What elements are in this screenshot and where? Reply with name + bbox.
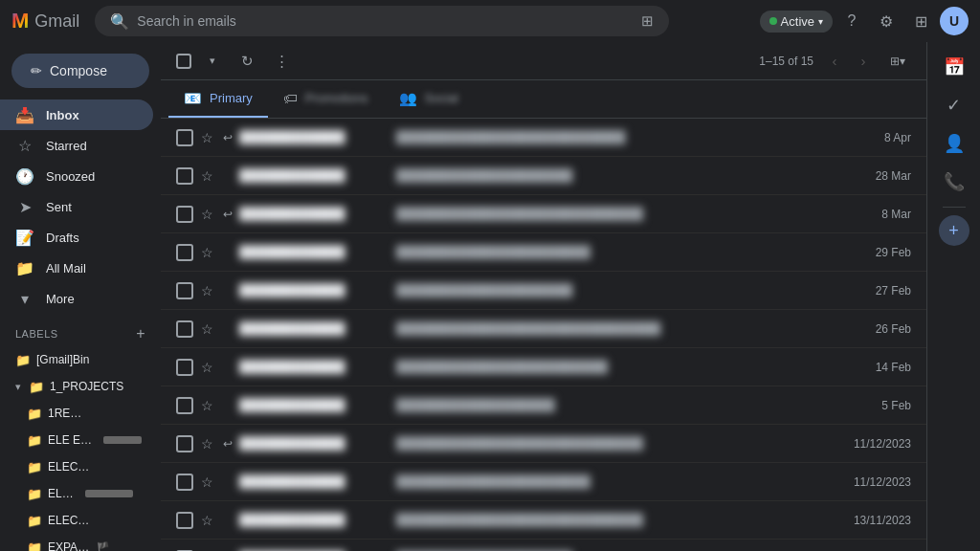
sidebar-item-drafts[interactable]: 📝 Drafts (0, 222, 153, 253)
email-sender: ████████████ (239, 436, 392, 451)
email-date: 28 Mar (835, 169, 911, 183)
sidebar-item-more[interactable]: ▾ More (0, 283, 153, 314)
tab-promotions-label: Promotions (305, 91, 368, 105)
sidebar-item-sent-label: Sent (46, 200, 72, 214)
sidebar-item-inbox[interactable]: 📥 Inbox (0, 99, 153, 130)
sidebar-item-sent[interactable]: ➤ Sent (0, 191, 153, 222)
tab-primary[interactable]: 📧 Primary (168, 80, 268, 118)
right-panel: 📅 ✓ 👤 📞 + (926, 42, 980, 551)
label-ele1[interactable]: 📁 ELE E… (0, 427, 153, 453)
email-checkbox[interactable] (176, 244, 193, 261)
sidebar-item-snoozed-label: Snoozed (46, 169, 95, 184)
tab-promotions[interactable]: 🏷 Promotions (268, 80, 384, 118)
expand-select-icon[interactable]: ▾ (199, 48, 226, 75)
all-mail-icon: 📁 (15, 259, 34, 277)
email-checkbox[interactable] (176, 359, 193, 376)
add-app-button[interactable]: + (939, 215, 969, 246)
email-subject: ████████████████████████ (396, 360, 831, 374)
email-checkbox[interactable] (176, 512, 193, 529)
star-icon[interactable]: ☆ (197, 207, 216, 222)
table-row[interactable]: ☆ ↩ ████████████ ███████████████████████… (161, 425, 926, 463)
email-checkbox[interactable] (176, 397, 193, 414)
email-subject: ██████████████████ (396, 398, 831, 412)
email-checkbox[interactable] (176, 320, 193, 338)
promotions-tab-icon: 🏷 (283, 90, 298, 106)
table-row[interactable]: ☆ ████████████ ████████████████████ 27 F… (161, 272, 926, 310)
table-row[interactable]: ☆ ↩ ████████████ ███████████████████████… (161, 195, 926, 233)
add-label-icon[interactable]: + (136, 325, 145, 342)
label-expa[interactable]: 📁 EXPA… 🏴 (0, 534, 153, 551)
search-icon: 🔍 (110, 12, 129, 31)
label-ele1-text: ELE E… (48, 433, 92, 447)
table-row[interactable]: ☆ ████████████ ██████████████████████ 11… (161, 463, 926, 501)
email-toolbar: ▾ ↻ ⋮ 1–15 of 15 ‹ › ⊞▾ (161, 42, 926, 80)
tab-social[interactable]: 👥 Social (384, 80, 474, 118)
table-row[interactable]: ☆ ████████████ █████████████████████████… (161, 501, 926, 540)
avatar[interactable]: U (940, 7, 969, 35)
label-1re[interactable]: 📁 1RE… (0, 400, 153, 427)
contacts-icon[interactable]: 👤 (937, 126, 971, 161)
email-sender: ████████████ (239, 207, 392, 221)
email-checkbox[interactable] (176, 474, 193, 491)
next-page-button[interactable]: › (850, 48, 877, 75)
social-tab-icon: 👥 (399, 90, 417, 107)
more-options-button[interactable]: ⋮ (268, 48, 295, 75)
search-input[interactable] (137, 13, 634, 29)
email-checkbox[interactable] (176, 435, 193, 452)
primary-tab-icon: 📧 (184, 90, 202, 107)
table-row[interactable]: ☆ ████████████ ████████████████████████ … (161, 348, 926, 386)
star-icon[interactable]: ☆ (197, 245, 216, 260)
sidebar-item-starred[interactable]: ☆ Starred (0, 130, 153, 161)
label-ele3[interactable]: 📁 EL… (0, 480, 153, 507)
panel-divider (943, 207, 966, 208)
label-gmail-bin[interactable]: 📁 [Gmail]Bin (0, 346, 153, 373)
email-checkbox[interactable] (176, 167, 193, 185)
meet-icon[interactable]: 📅 (937, 50, 971, 84)
table-row[interactable]: ☆ ████████████ ██████████████████████ 29… (161, 233, 926, 272)
email-checkbox[interactable] (176, 282, 193, 299)
label-ele2[interactable]: 📁 ELEC… (0, 453, 153, 480)
label-ele4[interactable]: 📁 ELEC… (0, 507, 153, 534)
email-subject: ██████████████████████████ (396, 130, 831, 144)
label-expa-text: EXPA… (48, 540, 89, 551)
star-icon[interactable]: ☆ (197, 168, 216, 184)
star-icon[interactable]: ☆ (197, 283, 216, 298)
table-row[interactable]: ☆ ████████████ █████████████████████████… (161, 310, 926, 348)
star-icon[interactable]: ☆ (197, 474, 216, 490)
email-date: 11/12/2023 (835, 437, 911, 451)
select-all-checkbox[interactable] (176, 54, 191, 69)
email-checkbox[interactable] (176, 129, 193, 146)
search-bar[interactable]: 🔍 ⊞ (95, 6, 669, 36)
star-icon: ☆ (15, 137, 34, 155)
star-icon[interactable]: ☆ (197, 321, 216, 337)
compose-button[interactable]: ✏ Compose (11, 54, 149, 88)
star-icon[interactable]: ☆ (197, 398, 216, 413)
email-date: 5 Feb (835, 399, 911, 412)
star-icon[interactable]: ☆ (197, 436, 216, 452)
collapse-icon: ▾ (15, 381, 21, 393)
label-1-projects[interactable]: ▾ 📁 1_PROJECTS (0, 373, 153, 400)
refresh-button[interactable]: ↻ (234, 48, 260, 75)
star-icon[interactable]: ☆ (197, 360, 216, 375)
table-row[interactable]: ☆ ████████████ ████████████████████ 28 M… (161, 157, 926, 195)
apps-button[interactable]: ⊞ (905, 6, 936, 36)
star-icon[interactable]: ☆ (197, 513, 216, 528)
star-icon[interactable]: ☆ (197, 130, 216, 145)
settings-button[interactable]: ⚙ (871, 6, 902, 36)
prev-page-button[interactable]: ‹ (821, 48, 848, 75)
email-sender: ████████████ (239, 283, 392, 298)
sort-options-button[interactable]: ⊞▾ (884, 48, 911, 75)
sidebar-item-all-mail[interactable]: 📁 All Mail (0, 253, 153, 283)
filter-icon[interactable]: ⊞ (641, 12, 654, 30)
chevron-down-icon: ▾ (818, 16, 823, 27)
table-row[interactable]: ☆ ████████████ ████████████████████ 08/1… (161, 540, 926, 551)
active-status-badge[interactable]: Active ▾ (760, 11, 833, 33)
help-button[interactable]: ? (836, 6, 867, 36)
table-row[interactable]: ☆ ████████████ ██████████████████ 5 Feb (161, 386, 926, 425)
email-checkbox[interactable] (176, 206, 193, 223)
sidebar-item-snoozed[interactable]: 🕐 Snoozed (0, 161, 153, 191)
phone-icon[interactable]: 📞 (937, 165, 971, 199)
tasks-icon[interactable]: ✓ (937, 88, 971, 122)
email-sender: ████████████ (239, 474, 392, 489)
table-row[interactable]: ☆ ↩ ████████████ ███████████████████████… (161, 119, 926, 157)
